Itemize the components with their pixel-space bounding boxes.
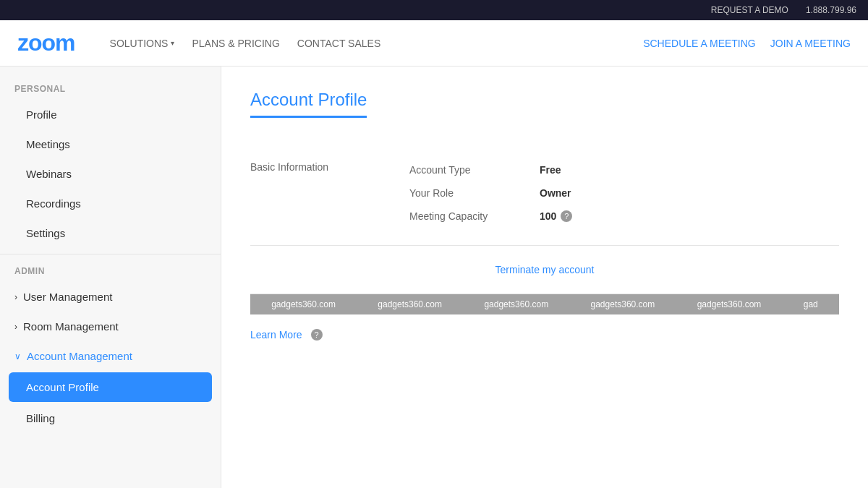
meeting-capacity-value: 100 — [540, 210, 556, 222]
chevron-down-icon: ∨ — [14, 351, 21, 361]
meeting-capacity-key: Meeting Capacity — [409, 210, 540, 222]
sidebar-item-webinars[interactable]: Webinars — [0, 159, 221, 189]
sidebar-item-settings[interactable]: Settings — [0, 218, 221, 248]
sidebar-item-billing[interactable]: Billing — [0, 403, 221, 433]
basic-info-label: Basic Information — [250, 158, 409, 228]
sidebar-divider — [0, 254, 221, 254]
sidebar-item-profile[interactable]: Profile — [0, 100, 221, 129]
chevron-right-icon: › — [14, 322, 17, 332]
sidebar-item-account-management[interactable]: ∨ Account Management — [0, 341, 221, 371]
sidebar-item-account-profile[interactable]: Account Profile — [9, 372, 212, 402]
account-type-key: Account Type — [409, 164, 540, 176]
content-area: Account Profile Basic Information Accoun… — [221, 67, 868, 488]
zoom-logo[interactable]: zoom — [17, 30, 75, 56]
top-bar: REQUEST A DEMO 1.888.799.96 — [0, 0, 868, 20]
basic-info-body: Account Type Free Your Role Owner Meetin… — [409, 158, 839, 228]
learn-more-help-icon[interactable]: ? — [311, 329, 323, 341]
admin-section-label: ADMIN — [0, 260, 221, 282]
phone-number: 1.888.799.96 — [806, 5, 856, 15]
main-layout: PERSONAL Profile Meetings Webinars Recor… — [0, 67, 868, 488]
nav-plans[interactable]: PLANS & PRICING — [192, 38, 279, 49]
request-demo-link[interactable]: REQUEST A DEMO — [711, 5, 788, 15]
meeting-capacity-row: Meeting Capacity 100 ? — [409, 205, 839, 228]
sidebar-item-user-management[interactable]: › User Management — [0, 282, 221, 312]
sidebar-item-room-management[interactable]: › Room Management — [0, 312, 221, 341]
your-role-row: Your Role Owner — [409, 181, 839, 205]
sidebar-item-recordings[interactable]: Recordings — [0, 189, 221, 218]
personal-section-label: PERSONAL — [0, 78, 221, 100]
schedule-meeting-link[interactable]: SCHEDULE A MEETING — [643, 38, 756, 49]
sidebar-item-meetings[interactable]: Meetings — [0, 129, 221, 159]
nav-solutions[interactable]: SOLUTIONS ▾ — [110, 38, 175, 49]
terminate-section: Terminate my account — [250, 246, 839, 294]
chevron-down-icon: ▾ — [171, 39, 174, 47]
your-role-value: Owner — [540, 187, 571, 199]
basic-info-section: Basic Information Account Type Free Your… — [250, 141, 839, 246]
account-type-row: Account Type Free — [409, 158, 839, 181]
join-meeting-link[interactable]: JOIN A MEETING — [770, 38, 851, 49]
watermark-bar: gadgets360.com gadgets360.com gadgets360… — [250, 294, 839, 314]
learn-more-section: Learn More ? — [250, 314, 839, 355]
header-actions: SCHEDULE A MEETING JOIN A MEETING — [643, 38, 851, 49]
your-role-key: Your Role — [409, 187, 540, 199]
page-title: Account Profile — [250, 90, 367, 118]
account-type-value: Free — [540, 164, 561, 176]
learn-more-link[interactable]: Learn More — [250, 329, 302, 341]
terminate-link[interactable]: Terminate my account — [495, 264, 595, 275]
nav-contact-sales[interactable]: CONTACT SALES — [297, 38, 380, 49]
sidebar: PERSONAL Profile Meetings Webinars Recor… — [0, 67, 221, 488]
help-icon[interactable]: ? — [561, 210, 572, 222]
nav-links: SOLUTIONS ▾ PLANS & PRICING CONTACT SALE… — [110, 38, 621, 49]
chevron-right-icon: › — [14, 292, 17, 302]
header: zoom SOLUTIONS ▾ PLANS & PRICING CONTACT… — [0, 20, 868, 67]
